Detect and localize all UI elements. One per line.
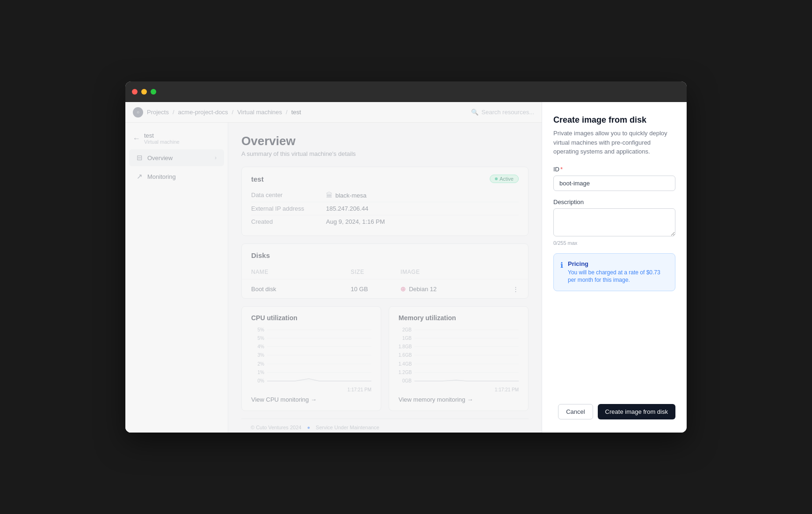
search-placeholder: Search resources... [481,109,534,116]
view-cpu-monitoring-link[interactable]: View CPU monitoring → [251,396,371,403]
left-panel: ○ Projects / acme-project-docs / Virtual… [125,102,542,433]
footer-copyright: © Cuto Ventures 2024 [251,425,301,430]
created-value: Aug 9, 2024, 1:16 PM [326,218,385,225]
cpu-label-2: 5% [251,336,264,341]
cpu-label-4: 3% [251,352,264,358]
breadcrumb-sep-1: / [173,109,174,116]
back-arrow-icon: ← [133,134,140,143]
pricing-title: Pricing [568,260,668,267]
sidebar-item-monitoring[interactable]: ↗ Monitoring [129,168,224,185]
memory-chart-title: Memory utilization [399,314,519,322]
debian-icon: ⊕ [400,285,406,293]
cpu-label-7: 0% [251,378,264,383]
sidebar-monitoring-label: Monitoring [147,173,176,180]
col-header-name: Name [251,269,351,275]
sidebar-vm-name: test [144,132,180,139]
info-icon: ℹ [560,261,563,285]
disk-image: ⊕ Debian 12 [400,285,500,293]
status-badge: Active [490,175,519,183]
vm-info: Data center 🏛 black-mesa External IP add… [242,189,528,235]
chevron-right-icon: › [215,154,217,161]
datacenter-value: 🏛 black-mesa [326,191,366,199]
char-count: 0/255 max [553,240,675,246]
col-header-size: Size [351,269,400,275]
mem-label-5: 1.4GB [399,361,412,367]
description-textarea[interactable] [553,208,675,236]
mem-label-3: 1.8GB [399,344,412,349]
monitoring-icon: ↗ [137,172,143,181]
footer-status: Service Under Maintenance [316,425,379,430]
col-header-actions [500,269,519,275]
cancel-button[interactable]: Cancel [558,404,593,419]
overview-icon: ⊟ [137,154,143,162]
status-label: Active [500,176,514,182]
create-image-button[interactable]: Create image from disk [598,404,675,419]
status-dot [495,177,498,180]
status-dot-icon: ● [307,425,310,430]
id-input[interactable] [553,176,675,191]
vm-name: test [251,175,264,183]
cpu-label-5: 2% [251,361,264,367]
page-title: Overview [241,134,529,148]
disks-columns: Name Size Image [242,265,528,279]
required-indicator: * [560,166,563,173]
table-row: Boot disk 10 GB ⊕ Debian 12 ⋮ [242,279,528,298]
minimize-button[interactable] [141,89,147,95]
sidebar-vm-type: Virtual machine [144,139,180,145]
info-ip: External IP address 185.247.206.44 [251,202,519,215]
cpu-label-6: 1% [251,370,264,375]
mem-label-7: 0GB [399,378,412,383]
sidebar-item-overview[interactable]: ⊟ Overview › [129,149,224,166]
modal-title: Create image from disk [553,115,675,125]
cpu-chart-line [267,327,371,383]
cpu-chart-svg [267,327,371,383]
info-datacenter: Data center 🏛 black-mesa [251,189,519,202]
memory-time-label: 1:17:21 PM [495,387,519,392]
breadcrumb-vms[interactable]: Virtual machines [237,109,282,116]
memory-chart-area: 2GB 1GB 1.8GB [399,327,519,383]
search-icon: 🔍 [471,109,478,116]
sidebar-vm-info: test Virtual machine [144,132,180,145]
pricing-box: ℹ Pricing You will be charged at a rate … [553,253,675,292]
close-button[interactable] [132,89,138,95]
cpu-label-3: 4% [251,344,264,349]
page-subtitle: A summary of this virtual machine's deta… [241,150,529,157]
disk-size: 10 GB [351,286,400,293]
breadcrumb-test[interactable]: test [291,109,301,116]
titlebar [125,81,687,102]
mem-label-2: 1GB [399,336,412,341]
app-logo: ○ [133,107,143,117]
pricing-desc: You will be charged at a rate of $0.73 p… [568,269,668,285]
main-content: Overview A summary of this virtual machi… [228,123,542,433]
pricing-content: Pricing You will be charged at a rate of… [568,260,668,285]
cpu-chart-card: CPU utilization 5% 5% [241,306,381,411]
cpu-label-1: 5% [251,327,264,332]
mem-label-6: 1.2GB [399,370,412,375]
breadcrumb-sep-3: / [286,109,288,116]
disk-name: Boot disk [251,286,351,293]
id-form-group: ID * [553,166,675,191]
maximize-button[interactable] [151,89,156,95]
charts-row: CPU utilization 5% 5% [241,306,529,411]
mem-label-4: 1.6GB [399,352,412,358]
sidebar: ← test Virtual machine ⊟ Overview › ↗ Mo… [125,123,228,433]
info-created: Created Aug 9, 2024, 1:16 PM [251,215,519,228]
breadcrumb-projects[interactable]: Projects [147,109,169,116]
cpu-time-label: 1:17:21 PM [348,387,371,392]
breadcrumb-project[interactable]: acme-project-docs [178,109,228,116]
memory-chart-svg [414,327,519,383]
memory-chart-card: Memory utilization 2GB 1GB [389,306,529,411]
memory-chart-footer: 1:17:21 PM [399,387,519,392]
disk-actions-button[interactable]: ⋮ [500,286,519,293]
create-image-modal: Create image from disk Private images al… [542,102,687,433]
mem-label-1: 2GB [399,327,412,332]
cpu-chart-footer: 1:17:21 PM [251,387,371,392]
vm-card: test Active Data center 🏛 [241,167,529,236]
main-container: ○ Projects / acme-project-docs / Virtual… [125,102,687,433]
sidebar-back-button[interactable]: ← test Virtual machine [125,128,228,148]
created-label: Created [251,218,326,225]
modal-description: Private images allow you to quickly depl… [553,129,675,156]
description-form-group: Description 0/255 max [553,198,675,246]
search-area[interactable]: 🔍 Search resources... [471,109,534,116]
view-memory-monitoring-link[interactable]: View memory monitoring → [399,396,519,403]
